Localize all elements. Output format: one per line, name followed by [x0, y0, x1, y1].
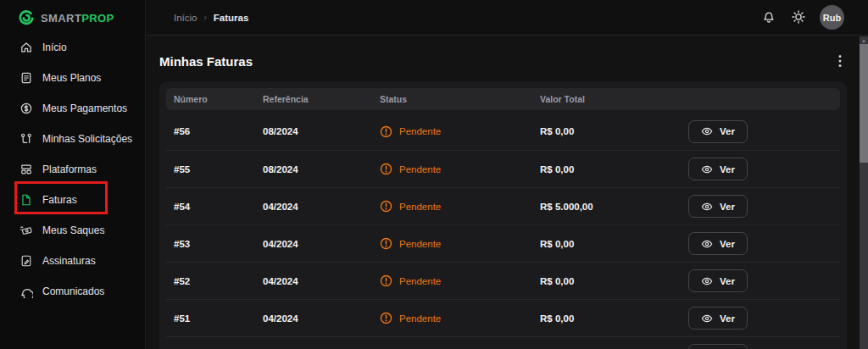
- cell-valor: R$ 0,00: [540, 313, 688, 324]
- ver-button-label: Ver: [720, 164, 735, 174]
- sidebar-item-label: Início: [42, 42, 67, 53]
- cell-numero: #56: [174, 126, 263, 136]
- chevron-right-icon: ›: [204, 13, 207, 22]
- alert-circle-icon: [380, 125, 392, 138]
- alert-circle-icon: [380, 274, 392, 287]
- cell-valor: R$ 5.000,00: [540, 202, 688, 212]
- sidebar-item-announcements[interactable]: Comunicados: [0, 276, 145, 307]
- plans-icon: [19, 71, 33, 85]
- sidebar-item-requests[interactable]: Minhas Solicitações: [0, 124, 145, 154]
- top-header: Início › Faturas: [146, 0, 868, 36]
- table-row: #51 04/2024 Pendente R$ 0,00: [166, 299, 840, 336]
- cell-status: Pendente: [380, 163, 540, 175]
- sidebar-item-label: Comunicados: [42, 285, 104, 297]
- cell-valor: R$ 0,00: [540, 239, 688, 249]
- ver-button[interactable]: Ver: [688, 269, 748, 292]
- kebab-menu-button[interactable]: [833, 53, 847, 69]
- cell-numero: #54: [174, 202, 263, 212]
- ver-button[interactable]: Ver: [688, 158, 748, 180]
- status-label: Pendente: [399, 276, 441, 286]
- bell-icon: [761, 9, 776, 25]
- smartprop-swirl-icon: [18, 9, 35, 26]
- invoices-icon: [19, 193, 33, 207]
- table-row: #54 04/2024 Pendente R$ 5.000,00: [166, 187, 840, 224]
- cell-status: Pendente: [380, 125, 540, 138]
- home-icon: [19, 41, 33, 54]
- sidebar-item-label: Assinaturas: [42, 255, 96, 267]
- sidebar-item-label: Meus Pagamentos: [42, 102, 127, 114]
- sidebar-item-label: Faturas: [42, 194, 77, 206]
- sidebar-item-label: Plataformas: [42, 163, 97, 175]
- cell-valor: R$ 0,00: [540, 276, 688, 286]
- cell-valor: R$ 0,00: [540, 126, 688, 136]
- cell-referencia: 04/2024: [263, 202, 380, 212]
- cell-referencia: 08/2024: [263, 164, 380, 174]
- payments-icon: [19, 102, 33, 115]
- sidebar-item-invoices[interactable]: Faturas: [0, 185, 145, 215]
- ver-button[interactable]: Ver: [688, 344, 748, 349]
- ver-button[interactable]: Ver: [688, 195, 748, 218]
- eye-icon: [701, 238, 713, 250]
- alert-circle-icon: [380, 237, 392, 250]
- status-label: Pendente: [399, 164, 441, 174]
- breadcrumb-home[interactable]: Início: [174, 13, 198, 23]
- sidebar: SMARTPROP InícioMeus PlanosMeus Pagament…: [0, 0, 146, 349]
- sidebar-item-plans[interactable]: Meus Planos: [0, 63, 145, 93]
- ver-button-label: Ver: [720, 276, 735, 286]
- cell-referencia: 04/2024: [263, 276, 380, 286]
- requests-icon: [19, 132, 33, 146]
- table-header-row: Número Referência Status Valor Total: [166, 88, 840, 110]
- ver-button[interactable]: Ver: [688, 232, 748, 255]
- scrollbar[interactable]: ▲: [860, 36, 868, 349]
- ver-button-label: Ver: [720, 126, 735, 136]
- ver-button-label: Ver: [720, 239, 735, 249]
- cell-numero: #51: [174, 313, 263, 324]
- column-header-status: Status: [380, 94, 540, 104]
- table-row: #53 04/2024 Pendente R$ 0,00: [166, 224, 840, 262]
- sidebar-item-payments[interactable]: Meus Pagamentos: [0, 93, 145, 124]
- invoice-rows: #56 08/2024 Pendente R$ 0,00: [166, 113, 840, 349]
- theme-toggle-button[interactable]: [790, 9, 807, 26]
- sidebar-item-platforms[interactable]: Plataformas: [0, 154, 145, 185]
- status-label: Pendente: [399, 202, 441, 212]
- sidebar-item-label: Minhas Solicitações: [42, 133, 132, 145]
- scrollbar-thumb[interactable]: [860, 44, 868, 163]
- sidebar-item-label: Meus Saques: [42, 224, 104, 236]
- scrollbar-up-arrow-icon[interactable]: ▲: [860, 37, 868, 44]
- eye-icon: [701, 275, 713, 287]
- alert-circle-icon: [380, 200, 392, 213]
- content-area: Minhas Faturas Número Referência Status …: [146, 36, 868, 349]
- sidebar-nav: InícioMeus PlanosMeus PagamentosMinhas S…: [0, 32, 145, 307]
- brand-logo[interactable]: SMARTPROP: [0, 0, 145, 36]
- eye-icon: [701, 201, 713, 213]
- alert-circle-icon: [380, 163, 392, 175]
- table-row: #52 04/2024 Pendente R$ 0,00: [166, 262, 840, 299]
- brand-name: SMARTPROP: [41, 12, 114, 25]
- status-label: Pendente: [399, 239, 441, 249]
- cell-status: Pendente: [380, 312, 540, 324]
- sidebar-item-withdrawals[interactable]: Meus Saques: [0, 215, 145, 246]
- column-header-valor-total: Valor Total: [540, 94, 688, 104]
- main-area: Início › Faturas: [146, 0, 868, 349]
- ver-button[interactable]: Ver: [688, 307, 748, 330]
- status-label: Pendente: [399, 126, 441, 136]
- platforms-icon: [19, 163, 33, 176]
- avatar[interactable]: Rub: [820, 5, 844, 30]
- cell-numero: #53: [174, 239, 263, 249]
- cell-status: Pendente: [380, 237, 540, 250]
- notifications-button[interactable]: [760, 9, 777, 26]
- sidebar-item-signatures[interactable]: Assinaturas: [0, 246, 145, 276]
- cell-status: Pendente: [380, 200, 540, 213]
- sun-icon: [791, 9, 806, 25]
- cell-numero: #55: [174, 164, 263, 174]
- cell-status: Pendente: [380, 274, 540, 287]
- table-row: #56 08/2024 Pendente R$ 0,00: [166, 113, 840, 150]
- sidebar-item-home[interactable]: Início: [0, 32, 145, 63]
- cell-valor: R$ 0,00: [540, 164, 688, 174]
- table-row: #55 08/2024 Pendente R$ 0,00: [166, 150, 840, 187]
- ver-button[interactable]: Ver: [688, 120, 748, 143]
- app-window: SMARTPROP InícioMeus PlanosMeus Pagament…: [0, 0, 868, 349]
- breadcrumb-current: Faturas: [214, 13, 249, 23]
- eye-icon: [701, 125, 713, 137]
- eye-icon: [701, 163, 713, 175]
